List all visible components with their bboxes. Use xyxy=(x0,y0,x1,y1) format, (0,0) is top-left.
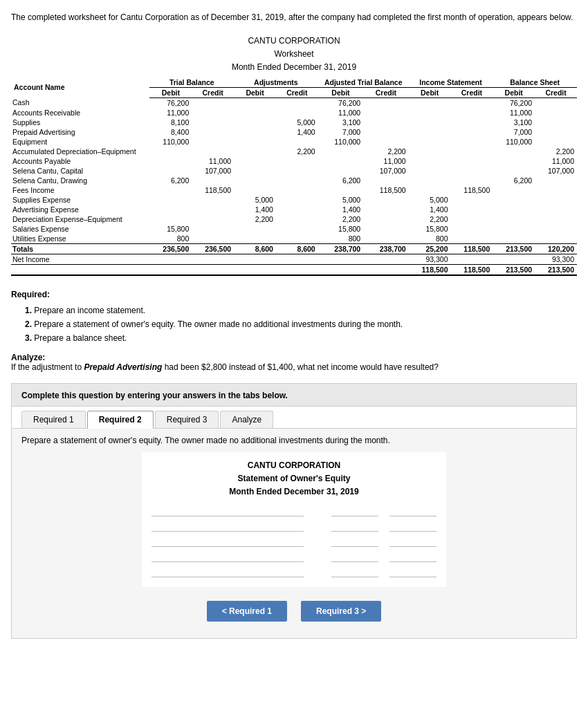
statement-table xyxy=(149,504,439,580)
statement-row-1 xyxy=(149,504,439,519)
tabs-instruction: Complete this question by entering your … xyxy=(12,384,576,407)
statement-heading: Statement of Owner's Equity xyxy=(149,472,439,485)
tabs-container: Complete this question by entering your … xyxy=(11,383,577,640)
is-debit-header: Debit xyxy=(409,87,451,97)
tab-content: Prepare a statement of owner's equity. T… xyxy=(12,429,576,639)
tabs-bar[interactable]: Required 1 Required 2 Required 3 Analyze xyxy=(12,407,576,429)
is-credit-header: Credit xyxy=(451,87,493,97)
statement-val-3a[interactable] xyxy=(331,538,378,547)
statement-val-2b[interactable] xyxy=(389,523,437,532)
worksheet-period: Month Ended December 31, 2019 xyxy=(11,61,577,74)
balance-sheet-header: Balance Sheet xyxy=(493,77,577,88)
statement-val-4a[interactable] xyxy=(331,553,378,562)
analyze-label: Analyze: xyxy=(11,353,45,362)
statement-company: CANTU CORPORATION xyxy=(149,459,439,472)
tab-analyze[interactable]: Analyze xyxy=(220,411,273,428)
statement-val-4b[interactable] xyxy=(389,553,437,562)
tab-required-2[interactable]: Required 2 xyxy=(87,411,154,429)
nav-buttons: < Required 1 Required 3 > xyxy=(21,594,567,631)
atb-debit-header: Debit xyxy=(318,87,363,97)
tb-debit-header: Debit xyxy=(149,87,192,97)
bs-credit-header: Credit xyxy=(535,87,577,97)
required-list: 1. Prepare an income statement. 2. Prepa… xyxy=(25,304,577,346)
worksheet-subtitle: Worksheet xyxy=(11,48,577,61)
prepaid-advertising-emphasis: Prepaid Advertising xyxy=(84,362,162,372)
statement-label-2[interactable] xyxy=(151,523,304,532)
statement-period: Month Ended December 31, 2019 xyxy=(149,485,439,499)
statement-val-1b[interactable] xyxy=(389,507,437,516)
statement-val-2a[interactable] xyxy=(331,523,378,532)
income-statement-header: Income Statement xyxy=(409,77,493,88)
statement-title: CANTU CORPORATION Statement of Owner's E… xyxy=(149,459,439,499)
analyze-section: Analyze: If the adjustment to Prepaid Ad… xyxy=(11,353,577,372)
adjustments-header: Adjustments xyxy=(234,77,318,88)
statement-row-4 xyxy=(149,550,439,565)
bs-debit-header: Debit xyxy=(493,87,535,97)
statement-label-4[interactable] xyxy=(151,553,304,562)
required-label: Required: xyxy=(11,290,577,299)
statement-val-5b[interactable] xyxy=(389,568,437,577)
required-item-1: 1. Prepare an income statement. xyxy=(25,304,577,317)
atb-credit-header: Credit xyxy=(363,87,408,97)
statement-label-5[interactable] xyxy=(151,568,304,577)
trial-balance-header: Trial Balance xyxy=(149,77,234,88)
statement-container: CANTU CORPORATION Statement of Owner's E… xyxy=(142,452,446,588)
statement-row-2 xyxy=(149,519,439,534)
tb-credit-header: Credit xyxy=(192,87,234,97)
worksheet-table: Account Name Trial Balance Adjustments A… xyxy=(11,77,577,276)
tab-required-3[interactable]: Required 3 xyxy=(155,411,219,428)
adj-debit-header: Debit xyxy=(234,87,276,97)
tab-required-1[interactable]: Required 1 xyxy=(21,411,86,428)
worksheet-title: CANTU CORPORATION Worksheet Month Ended … xyxy=(11,35,577,75)
adjusted-trial-header: Adjusted Trial Balance xyxy=(318,77,409,88)
adj-credit-header: Credit xyxy=(276,87,318,97)
statement-label-1[interactable] xyxy=(151,507,304,516)
prev-button[interactable]: < Required 1 xyxy=(207,601,287,622)
statement-val-5a[interactable] xyxy=(331,568,378,577)
statement-label-3[interactable] xyxy=(151,538,304,547)
statement-row-3 xyxy=(149,534,439,550)
company-name: CANTU CORPORATION xyxy=(11,35,577,48)
required-item-2: 2. Prepare a statement of owner's equity… xyxy=(25,317,577,331)
required-item-3: 3. Prepare a balance sheet. xyxy=(25,331,577,345)
statement-val-3b[interactable] xyxy=(389,538,437,547)
statement-val-1a[interactable] xyxy=(331,507,378,516)
tab-description: Prepare a statement of owner's equity. T… xyxy=(21,436,567,445)
account-name-header: Account Name xyxy=(11,77,149,98)
intro-text: The completed worksheet for Cantu Corpor… xyxy=(11,11,577,24)
worksheet-container: CANTU CORPORATION Worksheet Month Ended … xyxy=(11,35,577,276)
statement-row-5 xyxy=(149,565,439,580)
next-button[interactable]: Required 3 > xyxy=(301,601,381,622)
